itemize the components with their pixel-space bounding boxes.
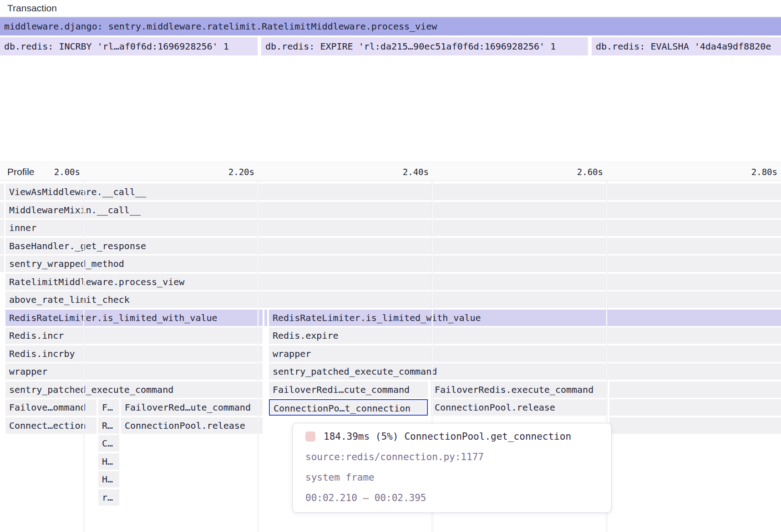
- transaction-child-span-label: db.redis: EVALSHA '4da4a9df8820e: [592, 37, 781, 55]
- flame-frame[interactable]: Redis.incr: [5, 327, 263, 344]
- flame-frame-label: Connect…ection: [5, 417, 96, 434]
- transaction-child-span[interactable]: db.redis: EVALSHA '4da4a9df8820e: [592, 37, 781, 55]
- flame-frame-label: H…: [98, 453, 119, 470]
- flame-frame[interactable]: [609, 399, 781, 416]
- flame-frame-label: FailoverRedis.execute_command: [431, 381, 608, 398]
- flame-frame[interactable]: F…: [98, 399, 119, 416]
- flame-frame[interactable]: Failove…ommand: [5, 399, 96, 416]
- flame-frame[interactable]: RedisRateLimiter.is_limited_with_value: [269, 310, 781, 326]
- flame-frame-selected[interactable]: ConnectionPo…t_connection: [269, 399, 428, 416]
- time-axis-tick-label: 2.60s: [577, 162, 603, 181]
- flame-frame-label: F…: [98, 399, 119, 416]
- flame-frame[interactable]: H…: [98, 471, 119, 487]
- flame-frame-label: sentry_patched_execute_command: [5, 381, 263, 398]
- flame-frame-label: wrapper: [5, 363, 263, 380]
- flame-frame-label: sentry_wrapped_method: [5, 256, 781, 272]
- flame-frame-label: sentry_patched_execute_command: [269, 363, 781, 380]
- flame-frame-label: R…: [98, 417, 119, 434]
- flame-frame[interactable]: sentry_patched_execute_command: [269, 363, 781, 380]
- transaction-root-span-label: middleware.django: sentry.middleware.rat…: [0, 17, 781, 35]
- flame-frame[interactable]: C…: [98, 435, 119, 452]
- frame-name: ConnectionPool.get_connection: [404, 431, 571, 442]
- transaction-root-span[interactable]: middleware.django: sentry.middleware.rat…: [0, 17, 781, 35]
- flame-frame[interactable]: RatelimitMiddleware.process_view: [5, 274, 781, 290]
- flamechart-row: BaseHandler._get_response: [0, 238, 781, 254]
- flame-frame-label: C…: [98, 435, 119, 452]
- flame-frame-label: FailoverRedi…cute_command: [269, 381, 428, 398]
- flame-frame[interactable]: [0, 220, 4, 236]
- flame-frame[interactable]: R…: [98, 417, 119, 434]
- flame-frame-label: RatelimitMiddleware.process_view: [5, 274, 781, 290]
- transaction-child-span-label: db.redis: INCRBY 'rl…af0f6d:1696928256' …: [0, 37, 258, 55]
- flame-frame[interactable]: ConnectionPool.release: [431, 399, 608, 416]
- flame-frame-label: inner: [5, 220, 781, 236]
- flamechart-row: sentry_patched_execute_commandFailoverRe…: [0, 381, 781, 398]
- frame-tooltip-title: 184.39ms (5%) ConnectionPool.get_connect…: [305, 431, 598, 442]
- flamechart-row: Failove…ommandF…FailoverRed…ute_commandC…: [0, 399, 781, 416]
- transaction-section-title: Transaction: [7, 3, 57, 14]
- flame-frame-label: RedisRateLimiter.is_limited_with_value: [5, 310, 263, 326]
- flamechart-row: Redis.incrRedis.expire: [0, 327, 781, 344]
- flame-frame[interactable]: ViewAsMiddleware.__call__: [5, 184, 781, 200]
- flame-frame-label: FailoverRed…ute_command: [121, 399, 263, 416]
- flamechart-row: Redis.incrbywrapper: [0, 346, 781, 362]
- frame-source: source:redis/connection.py:1177: [305, 452, 598, 462]
- transaction-child-span[interactable]: db.redis: INCRBY 'rl…af0f6d:1696928256' …: [0, 37, 258, 55]
- flame-frame-label: Redis.incrby: [5, 346, 263, 362]
- flame-frame[interactable]: r…: [98, 489, 119, 506]
- flame-frame[interactable]: FailoverRedis.execute_command: [431, 381, 608, 398]
- flamechart-row: inner: [0, 220, 781, 236]
- flamechart-row: MiddlewareMixin.__call__: [0, 202, 781, 218]
- flame-frame[interactable]: sentry_patched_execute_command: [5, 381, 263, 398]
- time-axis-tick-label: 2.20s: [228, 162, 254, 181]
- time-axis-tick-label: 2.40s: [403, 162, 429, 181]
- flame-frame[interactable]: FailoverRedi…cute_command: [269, 381, 428, 398]
- flame-frame[interactable]: MiddlewareMixin.__call__: [5, 202, 781, 218]
- flame-frame[interactable]: wrapper: [5, 363, 263, 380]
- transaction-child-span[interactable]: db.redis: EXPIRE 'rl:da215…90ec51af0f6d:…: [261, 37, 588, 55]
- flame-frame-label: r…: [98, 489, 119, 506]
- time-gridline: [83, 181, 84, 532]
- transaction-child-span-label: db.redis: EXPIRE 'rl:da215…90ec51af0f6d:…: [261, 37, 588, 55]
- flame-frame[interactable]: [0, 202, 4, 218]
- flamechart-row: sentry_wrapped_method: [0, 256, 781, 272]
- flame-frame-label: RedisRateLimiter.is_limited_with_value: [269, 310, 781, 326]
- flame-frame[interactable]: [0, 256, 4, 272]
- flame-frame[interactable]: [0, 184, 4, 200]
- flame-frame[interactable]: FailoverRed…ute_command: [121, 399, 263, 416]
- flame-frame[interactable]: [264, 310, 267, 326]
- flame-frame[interactable]: wrapper: [269, 346, 781, 362]
- flame-frame-label: ViewAsMiddleware.__call__: [5, 184, 781, 200]
- flame-frame[interactable]: ConnectionPool.release: [121, 417, 263, 434]
- flame-frame[interactable]: [609, 417, 781, 434]
- profile-section-title: Profile: [7, 162, 35, 181]
- frame-time-range: 00:02.210 — 00:02.395: [305, 492, 598, 503]
- flame-frame[interactable]: sentry_wrapped_method: [5, 256, 781, 272]
- flame-frame[interactable]: [0, 238, 4, 254]
- time-axis-tick-label: 2.80s: [751, 162, 777, 181]
- flame-frame-label: ConnectionPool.release: [431, 399, 608, 416]
- flamechart-canvas[interactable]: ViewAsMiddleware.__call__MiddlewareMixin…: [0, 181, 781, 532]
- flame-frame-label: Failove…ommand: [5, 399, 96, 416]
- flame-frame[interactable]: RedisRateLimiter.is_limited_with_value: [5, 310, 263, 326]
- time-gridline: [258, 181, 259, 532]
- flame-frame[interactable]: Connect…ection: [5, 417, 96, 434]
- profile-time-axis: Profile 2.00s2.20s2.40s2.60s2.80s: [0, 162, 781, 181]
- transaction-section-header: Transaction: [0, 0, 781, 17]
- flame-frame[interactable]: BaseHandler._get_response: [5, 238, 781, 254]
- frame-duration: 184.39ms (5%): [324, 431, 398, 442]
- flame-frame-label: H…: [98, 471, 119, 487]
- flame-frame-label: ConnectionPool.release: [121, 417, 263, 434]
- flame-frame[interactable]: inner: [5, 220, 781, 236]
- flamechart-row: RatelimitMiddleware.process_view: [0, 274, 781, 290]
- flame-frame-label: wrapper: [269, 346, 781, 362]
- flame-frame[interactable]: [609, 381, 781, 398]
- flamechart-row: ViewAsMiddleware.__call__: [0, 184, 781, 200]
- frame-color-swatch-icon: [305, 432, 315, 442]
- flame-frame-label: ConnectionPo…t_connection: [270, 400, 427, 416]
- flame-frame[interactable]: H…: [98, 453, 119, 470]
- flame-frame[interactable]: Redis.incrby: [5, 346, 263, 362]
- flamechart-row: RedisRateLimiter.is_limited_with_valueRe…: [0, 310, 781, 326]
- flame-frame[interactable]: Redis.expire: [269, 327, 781, 344]
- flame-frame[interactable]: above_rate_limit_check: [5, 291, 781, 308]
